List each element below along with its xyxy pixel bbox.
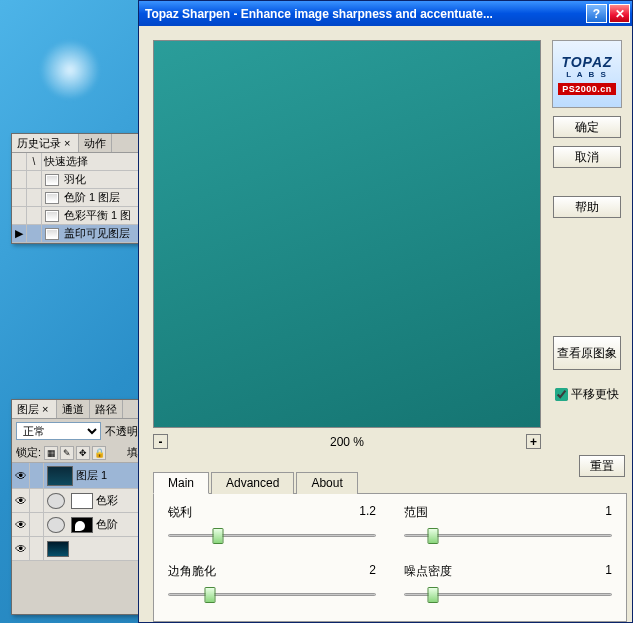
lock-pixels-icon[interactable]: ✎ (60, 446, 74, 460)
lock-label: 锁定: (16, 445, 41, 460)
lock-position-icon[interactable]: ✥ (76, 446, 90, 460)
tab-paths[interactable]: 路径 (90, 400, 123, 418)
history-row[interactable]: 羽化 (12, 171, 142, 189)
zoom-out-button[interactable]: - (153, 434, 168, 449)
layer-thumb (47, 466, 73, 486)
fill-label: 填 (127, 445, 138, 460)
layer-row[interactable]: 👁 色彩 (12, 489, 142, 513)
layer-row[interactable]: 👁 图层 1 (12, 463, 142, 489)
history-panel: 历史记录× 动作 \ 快速选择 羽化 色阶 1 图层 色彩平衡 1 图 ▶ 盖印… (11, 133, 143, 244)
history-label: 色彩平衡 1 图 (62, 208, 131, 223)
history-list: \ 快速选择 羽化 色阶 1 图层 色彩平衡 1 图 ▶ 盖印可见图层 (12, 153, 142, 243)
slider-thumb[interactable] (212, 528, 223, 544)
layer-list: 👁 图层 1 👁 色彩 👁 色阶 👁 (12, 463, 142, 561)
slider-range: 范围1 (404, 504, 612, 545)
close-icon[interactable]: × (39, 403, 51, 415)
tab-channels[interactable]: 通道 (57, 400, 90, 418)
tab-main[interactable]: Main (153, 472, 209, 494)
slider-corner: 边角脆化2 (168, 563, 376, 604)
help-button[interactable]: ? (586, 4, 607, 23)
history-tabbar: 历史记录× 动作 (12, 134, 142, 153)
history-label: 羽化 (62, 172, 86, 187)
visibility-icon[interactable]: 👁 (12, 463, 30, 488)
slider-noise: 噪点密度1 (404, 563, 612, 604)
tab-advanced[interactable]: Advanced (211, 472, 294, 494)
visibility-icon[interactable]: 👁 (12, 489, 30, 512)
visibility-icon[interactable]: 👁 (12, 513, 30, 536)
pan-faster-input[interactable] (555, 388, 568, 401)
tab-history[interactable]: 历史记录× (12, 134, 79, 152)
layers-panel: 图层× 通道 路径 正常 不透明 锁定: ▦ ✎ ✥ 🔒 填 👁 图层 1 👁 … (11, 399, 143, 615)
doc-icon (45, 210, 59, 222)
zoom-in-button[interactable]: + (526, 434, 541, 449)
topaz-sharpen-dialog: Topaz Sharpen - Enhance image sharpness … (138, 0, 633, 623)
visibility-icon[interactable]: 👁 (12, 537, 30, 560)
slider-value: 2 (369, 563, 376, 580)
topaz-logo: TOPAZ L A B S PS2000.cn (552, 40, 622, 108)
tab-about[interactable]: About (296, 472, 357, 494)
opacity-label: 不透明 (105, 424, 138, 439)
zoom-level: 200 % (168, 435, 526, 449)
history-row[interactable]: 色彩平衡 1 图 (12, 207, 142, 225)
adjustment-icon (47, 493, 65, 509)
lock-transparent-icon[interactable]: ▦ (44, 446, 58, 460)
slider-track[interactable] (404, 586, 612, 602)
doc-icon (45, 174, 59, 186)
slider-thumb[interactable] (428, 528, 439, 544)
history-label: 色阶 1 图层 (62, 190, 120, 205)
view-original-button[interactable]: 查看原图象 (553, 336, 621, 370)
window-title: Topaz Sharpen - Enhance image sharpness … (145, 7, 584, 21)
slider-sharp: 锐利1.2 (168, 504, 376, 545)
layer-row[interactable]: 👁 色阶 (12, 513, 142, 537)
tab-layers[interactable]: 图层× (12, 400, 57, 418)
blend-mode-select[interactable]: 正常 (16, 422, 101, 440)
pan-faster-checkbox[interactable]: 平移更快 (555, 386, 619, 403)
preview-image[interactable] (153, 40, 541, 428)
marker-icon: ▶ (15, 227, 23, 240)
lock-icons: ▦ ✎ ✥ 🔒 (44, 446, 106, 460)
close-icon[interactable]: × (61, 137, 73, 149)
mask-thumb (71, 493, 93, 509)
history-row[interactable]: \ 快速选择 (12, 153, 142, 171)
tab-actions[interactable]: 动作 (79, 134, 112, 152)
slider-thumb[interactable] (204, 587, 215, 603)
lock-all-icon[interactable]: 🔒 (92, 446, 106, 460)
mask-thumb (71, 517, 93, 533)
layer-name: 色彩 (96, 493, 118, 508)
layer-row[interactable]: 👁 (12, 537, 142, 561)
history-label: 快速选择 (42, 154, 88, 169)
layer-thumb (47, 541, 69, 557)
cancel-button[interactable]: 取消 (553, 146, 621, 168)
history-label: 盖印可见图层 (62, 226, 130, 241)
history-row[interactable]: ▶ 盖印可见图层 (12, 225, 142, 243)
slider-value: 1.2 (359, 504, 376, 521)
slider-value: 1 (605, 504, 612, 521)
slider-value: 1 (605, 563, 612, 580)
slider-track[interactable] (168, 527, 376, 543)
doc-icon (45, 228, 59, 240)
slider-thumb[interactable] (428, 587, 439, 603)
layer-name: 色阶 (96, 517, 118, 532)
close-button[interactable]: ✕ (609, 4, 630, 23)
layer-name: 图层 1 (76, 468, 107, 483)
doc-icon (45, 192, 59, 204)
titlebar[interactable]: Topaz Sharpen - Enhance image sharpness … (139, 1, 632, 26)
param-tabs: Main Advanced About (153, 471, 627, 494)
layers-tabbar: 图层× 通道 路径 (12, 400, 142, 419)
ok-button[interactable]: 确定 (553, 116, 621, 138)
slider-track[interactable] (168, 586, 376, 602)
slider-track[interactable] (404, 527, 612, 543)
history-row[interactable]: 色阶 1 图层 (12, 189, 142, 207)
help-button[interactable]: 帮助 (553, 196, 621, 218)
adjustment-icon (47, 517, 65, 533)
brush-icon: \ (33, 156, 36, 167)
